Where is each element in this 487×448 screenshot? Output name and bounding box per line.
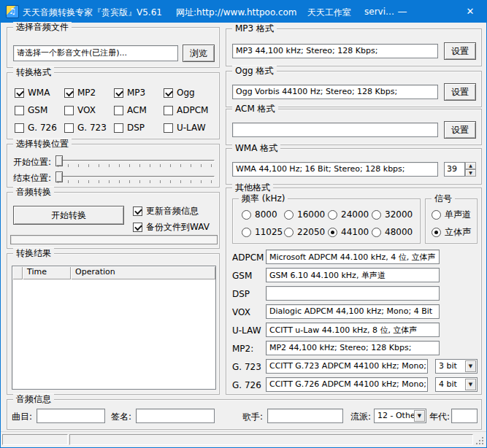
row-value-gsm[interactable]: GSM 6.10 44.100 kHz, 单声道 — [266, 268, 440, 282]
slider-thumb[interactable] — [55, 155, 63, 166]
genre-select[interactable]: 12 - Other ▼ — [374, 409, 426, 423]
checkbox-box — [133, 206, 142, 216]
checkbox-box — [164, 106, 173, 115]
wma-format-field[interactable]: WMA 44,100 Hz; 16 Bit; Stereo; 128 kbps; — [232, 162, 438, 177]
mp3-format-field[interactable]: MP3 44,100 kHz; Stereo; 128 Kbps; — [232, 44, 438, 58]
sign-input[interactable] — [136, 409, 215, 423]
format-checkbox-wma[interactable]: WMA — [15, 88, 50, 98]
minimize-button[interactable]: — — [386, 1, 418, 23]
checkbox-box — [164, 123, 173, 133]
radio-dot — [328, 210, 337, 220]
checkbox-box — [15, 106, 24, 115]
freq-radio-8000[interactable]: 8000 — [242, 209, 277, 220]
spinner-value[interactable]: 39 — [444, 162, 465, 177]
end-position-label: 结束位置: — [13, 172, 51, 185]
checkbox-label: 更新音频信息 — [146, 205, 199, 217]
format-checkbox-acm[interactable]: ACM — [114, 105, 147, 115]
format-checkbox-adpcm[interactable]: ADPCM — [164, 105, 208, 115]
start-position-slider[interactable] — [55, 154, 215, 169]
format-checkbox-dsp[interactable]: DSP — [114, 123, 145, 133]
start-convert-button[interactable]: 开始转换 — [13, 206, 124, 225]
spinner-down-icon[interactable]: ▼ — [465, 169, 476, 177]
checkbox-label: Ogg — [177, 88, 195, 98]
chevron-down-icon[interactable]: ▼ — [465, 379, 476, 390]
file-path-input[interactable]: 请选择一个影音文件(已注册)... — [13, 45, 178, 61]
checkbox-label: ACM — [127, 105, 147, 115]
row-value-g726[interactable]: CCITT G.726 ADPCM 44100 kHz; Mono; 4 — [266, 377, 428, 392]
row-value-dsp[interactable] — [266, 286, 440, 301]
row-value-mp2[interactable]: MP2 44,100 kHz; Stereo; 128 Kbps; — [266, 341, 440, 355]
format-checkbox-ogg[interactable]: Ogg — [164, 88, 195, 98]
checkbox-label: GSM — [28, 105, 47, 115]
close-button[interactable]: ✕ — [454, 1, 486, 23]
checkbox-box — [15, 88, 24, 98]
format-checkbox-mp2[interactable]: MP2 — [64, 88, 96, 98]
acm-group: ACM 格式 设置 — [226, 109, 482, 145]
results-header-blank[interactable] — [12, 266, 23, 279]
freq-radio-48000[interactable]: 48000 — [372, 227, 413, 237]
update-info-checkbox[interactable]: 更新音频信息 — [133, 206, 199, 216]
results-header-time[interactable]: Time — [23, 266, 71, 279]
freq-radio-32000[interactable]: 32000 — [372, 209, 413, 220]
results-header-operation[interactable]: Operation — [71, 266, 215, 279]
checkbox-box — [114, 123, 123, 133]
frequency-group-label: 频率 (kHz) — [239, 193, 288, 204]
results-list-header: Time Operation — [12, 266, 215, 279]
checkbox-label: WMA — [28, 88, 50, 98]
status-bar — [1, 431, 486, 447]
radio-label: 8000 — [255, 209, 277, 220]
genre-label: 流派: — [350, 411, 371, 423]
g723-bit-select[interactable]: 3 bit ▼ — [435, 359, 478, 374]
spinner-up-icon[interactable]: ▲ — [465, 162, 476, 169]
chevron-down-icon[interactable]: ▼ — [414, 410, 425, 422]
freq-radio-24000[interactable]: 24000 — [328, 209, 369, 220]
checkbox-label: MP2 — [77, 88, 96, 98]
resize-grip[interactable] — [475, 436, 484, 445]
radio-dot — [432, 228, 441, 237]
signal-radio-stereo[interactable]: 立体声 — [432, 227, 471, 237]
checkbox-label: MP3 — [127, 88, 145, 98]
wma-quality-spinner[interactable]: 39 ▲ ▼ — [444, 162, 476, 177]
checkbox-label: G. 723 — [77, 123, 107, 133]
results-list[interactable]: Time Operation — [12, 266, 216, 390]
radio-dot — [242, 210, 251, 220]
row-value-vox[interactable]: Dialogic ADPCM 44,100 kHz; Mono; 4 Bit — [266, 304, 440, 319]
row-value-adpcm[interactable]: Microsoft ADPCM 44.100 kHz, 4 位, 立体声 — [266, 250, 440, 264]
freq-radio-22050[interactable]: 22050 — [284, 227, 325, 237]
wma-group-label: WMA 格式 — [232, 143, 280, 153]
titlebar-studio: 天天工作室 — [307, 7, 351, 19]
row-value-g723[interactable]: CCITT G.723 ADPCM 44100 kHz; Mono; 3 — [266, 359, 428, 374]
g726-bit-select[interactable]: 4 bit ▼ — [435, 377, 478, 392]
format-checkbox-g723[interactable]: G. 723 — [64, 123, 107, 133]
checkbox-label: DSP — [127, 123, 145, 133]
row-value-ulaw[interactable]: CCITT u-Law 44.100 kHz, 8 位, 立体声 — [266, 323, 440, 337]
slider-thumb[interactable] — [55, 171, 63, 182]
browse-button[interactable]: 浏览 — [183, 45, 215, 62]
checkbox-box — [64, 123, 74, 133]
freq-radio-16000[interactable]: 16000 — [284, 209, 325, 220]
format-checkbox-g726[interactable]: G. 726 — [15, 123, 57, 133]
mp3-settings-button[interactable]: 设置 — [444, 42, 476, 60]
acm-format-field[interactable] — [232, 123, 438, 137]
chevron-down-icon[interactable]: ▼ — [465, 360, 476, 372]
ogg-format-field[interactable]: Ogg Vorbis 44100 Hz; Stereo; 128 Kbps; — [232, 85, 438, 99]
track-input[interactable] — [37, 409, 105, 423]
checkbox-label: U-LAW — [177, 123, 206, 133]
freq-radio-11025[interactable]: 11025 — [242, 227, 283, 237]
ogg-settings-button[interactable]: 设置 — [444, 83, 476, 101]
radio-dot — [328, 228, 337, 237]
format-checkbox-vox[interactable]: VOX — [64, 105, 96, 115]
singer-input[interactable] — [267, 409, 343, 423]
format-checkbox-gsm[interactable]: GSM — [15, 105, 47, 115]
acm-settings-button[interactable]: 设置 — [444, 121, 476, 139]
backup-wav-checkbox[interactable]: 备份文件到WAV — [133, 222, 210, 232]
end-position-slider[interactable] — [55, 170, 215, 185]
format-checkbox-mp3[interactable]: MP3 — [114, 88, 145, 98]
freq-radio-44100[interactable]: 44100 — [328, 227, 369, 237]
radio-dot — [242, 228, 251, 237]
year-input[interactable] — [451, 409, 478, 423]
radio-label: 24000 — [341, 209, 369, 220]
window-title: 天天音频转换专家『贵宾版』V5.61 — [23, 7, 162, 19]
format-checkbox-ulaw[interactable]: U-LAW — [164, 123, 206, 133]
signal-radio-mono[interactable]: 单声道 — [432, 209, 471, 220]
